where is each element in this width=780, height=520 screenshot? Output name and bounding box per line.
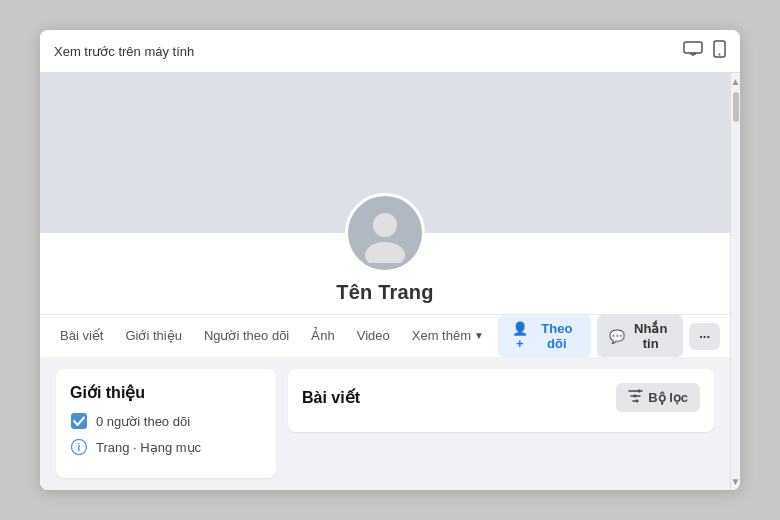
chevron-down-icon: ▼ <box>474 330 484 341</box>
profile-content: Tên Trang Bài viết Giới thiệu Người theo… <box>40 73 730 490</box>
svg-point-5 <box>373 213 397 237</box>
svg-rect-0 <box>684 42 702 53</box>
scroll-up-arrow[interactable]: ▲ <box>731 73 740 90</box>
nav-bar: Bài viết Giới thiệu Người theo dõi Ảnh V… <box>40 314 730 357</box>
window-wrapper: Tên Trang Bài viết Giới thiệu Người theo… <box>40 73 740 490</box>
filter-icon <box>628 389 643 406</box>
titlebar: Xem trước trên máy tính <box>40 30 740 73</box>
nav-nguoi-theo-doi[interactable]: Người theo dõi <box>194 318 299 355</box>
person-add-icon: 👤+ <box>510 321 530 351</box>
message-icon: 💬 <box>609 329 625 344</box>
theo-doi-button[interactable]: 👤+ Theo dõi <box>498 315 591 357</box>
check-icon <box>70 412 88 430</box>
posts-title: Bài viết <box>302 388 360 407</box>
body-content: Giới thiệu 0 người theo dõi <box>40 357 730 490</box>
avatar-container <box>345 193 425 273</box>
scroll-thumb[interactable] <box>733 92 739 122</box>
nav-video[interactable]: Video <box>347 318 400 355</box>
nav-actions: 👤+ Theo dõi 💬 Nhắn tin ··· <box>498 315 720 357</box>
category-label: Trang · Hạng mục <box>96 440 201 455</box>
nav-links: Bài viết Giới thiệu Người theo dõi Ảnh V… <box>50 318 494 355</box>
info-icon: i <box>70 438 88 456</box>
nav-gioi-thieu[interactable]: Giới thiệu <box>115 318 191 355</box>
intro-card: Giới thiệu 0 người theo dõi <box>56 369 276 478</box>
left-panel: Giới thiệu 0 người theo dõi <box>56 369 276 478</box>
mobile-icon[interactable] <box>713 40 726 62</box>
scrollbar[interactable]: ▲ ▼ <box>730 73 740 490</box>
nav-xem-them[interactable]: Xem thêm ▼ <box>402 318 494 355</box>
nhan-tin-button[interactable]: 💬 Nhắn tin <box>597 315 683 357</box>
svg-point-4 <box>719 54 721 56</box>
category-row: i Trang · Hạng mục <box>70 438 262 456</box>
intro-title: Giới thiệu <box>70 383 262 402</box>
scroll-track[interactable] <box>732 90 740 473</box>
titlebar-icons <box>683 40 726 62</box>
more-button[interactable]: ··· <box>689 323 720 350</box>
svg-point-6 <box>365 242 405 263</box>
cover-area <box>40 73 730 233</box>
scroll-down-arrow[interactable]: ▼ <box>731 473 740 490</box>
svg-text:i: i <box>78 442 81 453</box>
posts-card: Bài viết Bộ lọc <box>288 369 714 432</box>
right-panel: Bài viết Bộ lọc <box>288 369 714 478</box>
page-name: Tên Trang <box>40 281 730 304</box>
nav-anh[interactable]: Ảnh <box>301 318 344 355</box>
filter-button[interactable]: Bộ lọc <box>616 383 700 412</box>
titlebar-title: Xem trước trên máy tính <box>54 44 194 59</box>
preview-window: Xem trước trên máy tính <box>40 30 740 490</box>
avatar <box>345 193 425 273</box>
followers-count: 0 người theo dõi <box>96 414 190 429</box>
posts-header: Bài viết Bộ lọc <box>302 383 700 412</box>
followers-row: 0 người theo dõi <box>70 412 262 430</box>
desktop-icon[interactable] <box>683 41 703 61</box>
nav-bai-viet[interactable]: Bài viết <box>50 318 113 355</box>
